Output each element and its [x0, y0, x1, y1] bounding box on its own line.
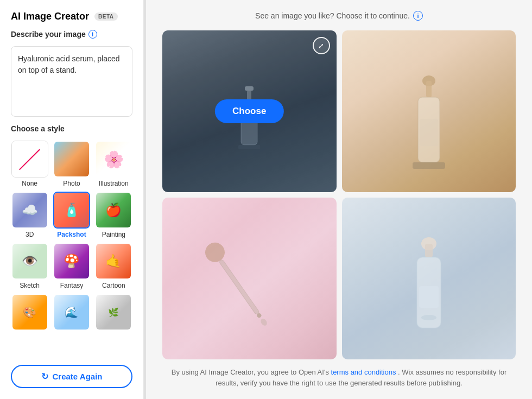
style-label-sketch: Sketch	[20, 282, 40, 289]
style-item-cartoon[interactable]: 🤙 Cartoon	[95, 243, 132, 289]
svg-point-12	[259, 318, 268, 327]
style-label-cartoon: Cartoon	[102, 282, 125, 289]
style-item-sketch[interactable]: 👁️ Sketch	[11, 243, 48, 289]
style-item-more2[interactable]: 🌊	[53, 294, 90, 333]
create-again-button[interactable]: ↻ Create Again	[11, 365, 132, 388]
beta-badge: BETA	[94, 12, 117, 21]
style-label-photo: Photo	[63, 180, 80, 187]
terms-link[interactable]: terms and conditions	[331, 368, 396, 376]
style-thumb-painting[interactable]: 🍎	[95, 192, 132, 229]
style-thumb-cartoon[interactable]: 🤙	[95, 243, 132, 280]
svg-rect-7	[420, 119, 438, 146]
style-item-painting[interactable]: 🍎 Painting	[95, 192, 132, 238]
image-card-3[interactable]	[162, 198, 337, 359]
style-label-none: None	[22, 180, 37, 187]
bottle-illustration-2	[410, 75, 448, 184]
style-item-more1[interactable]: 🎨	[11, 294, 48, 333]
top-notice: See an image you like? Choose it to cont…	[162, 11, 516, 21]
style-item-photo[interactable]: Photo	[53, 141, 90, 187]
image-card-2[interactable]	[342, 30, 516, 192]
style-item-none[interactable]: None	[11, 141, 48, 187]
style-item-more3[interactable]: 🌿	[95, 294, 132, 333]
style-thumb-photo[interactable]	[53, 141, 90, 178]
expand-icon-1[interactable]: ⤢	[313, 37, 330, 54]
refresh-icon: ↻	[41, 371, 48, 382]
svg-rect-8	[413, 162, 445, 169]
image-card-1[interactable]: Choose ⤢	[162, 30, 337, 192]
style-item-illustration[interactable]: 🌸 Illustration	[95, 141, 132, 187]
describe-textarea[interactable]: Hyaluronic acid serum, placed on top of …	[11, 46, 132, 117]
style-label-illustration: Illustration	[99, 180, 129, 187]
style-thumb-more3[interactable]: 🌿	[95, 294, 132, 331]
style-thumb-sketch[interactable]: 👁️	[11, 243, 48, 280]
choose-style-label: Choose a style	[11, 124, 132, 133]
style-thumb-none[interactable]	[11, 141, 48, 178]
app-header: AI Image Creator BETA	[11, 11, 132, 22]
style-thumb-fantasy[interactable]: 🍄	[53, 243, 90, 280]
svg-rect-16	[419, 286, 439, 308]
bottle-illustration-3	[198, 237, 283, 341]
bottle-illustration-4	[407, 237, 451, 351]
style-thumb-packshot[interactable]: 🧴	[53, 192, 90, 229]
style-label-3d: 3D	[26, 231, 34, 238]
style-label-painting: Painting	[102, 231, 125, 238]
style-item-3d[interactable]: ☁️ 3D	[11, 192, 48, 238]
svg-rect-10	[219, 259, 259, 315]
sidebar: AI Image Creator BETA Describe your imag…	[0, 0, 144, 399]
style-item-packshot[interactable]: 🧴 Packshot	[53, 192, 90, 238]
notice-info-icon[interactable]: i	[413, 11, 423, 21]
image-grid: Choose ⤢	[162, 30, 516, 359]
main-area: See an image you like? Choose it to cont…	[146, 0, 532, 399]
svg-point-17	[421, 315, 436, 320]
image-card-4[interactable]	[342, 198, 516, 359]
app-title: AI Image Creator	[11, 11, 89, 22]
style-thumb-more2[interactable]: 🌊	[53, 294, 90, 331]
svg-rect-5	[426, 81, 432, 97]
style-thumb-more1[interactable]: 🎨	[11, 294, 48, 331]
style-label-fantasy: Fantasy	[60, 282, 84, 289]
style-thumb-3d[interactable]: ☁️	[11, 192, 48, 229]
style-grid: None Photo 🌸 Illustration ☁️ 3D 🧴	[11, 141, 132, 333]
choose-button-1[interactable]: Choose	[215, 99, 283, 123]
footer-text: By using AI Image Creator, you agree to …	[162, 367, 516, 388]
style-label-packshot: Packshot	[57, 231, 86, 238]
style-thumb-illustration[interactable]: 🌸	[95, 141, 132, 178]
image-card-1-overlay: Choose	[162, 30, 337, 192]
describe-info-icon[interactable]: i	[88, 30, 97, 39]
style-item-fantasy[interactable]: 🍄 Fantasy	[53, 243, 90, 289]
describe-label: Describe your image i	[11, 30, 132, 39]
svg-rect-14	[425, 244, 433, 257]
